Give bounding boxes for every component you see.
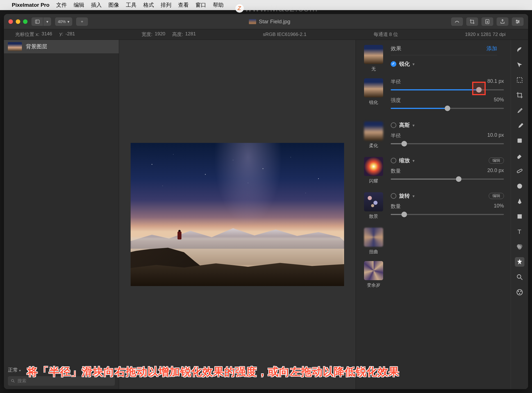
sidebar-toggle-button[interactable]	[31, 17, 43, 26]
sharpen-intensity-slider[interactable]	[391, 106, 504, 111]
preset-bokeh-thumb[interactable]	[364, 192, 383, 211]
menu-format[interactable]: 格式	[143, 1, 154, 9]
radio-icon	[391, 122, 396, 128]
close-window-icon[interactable]	[8, 19, 13, 24]
app-window: ▾ 40%▾ ＋ Star Field.jpg 光标位置 x:3146 y:-2…	[4, 14, 528, 389]
preset-twist-thumb[interactable]	[364, 228, 383, 247]
svg-point-7	[518, 21, 519, 22]
radio-icon	[391, 193, 396, 199]
svg-point-14	[517, 184, 522, 188]
color-profile: sRGB IEC61966-2.1	[263, 32, 306, 37]
selection-tool[interactable]	[515, 75, 524, 85]
blend-mode-dropdown[interactable]: 正常	[8, 367, 21, 373]
tutorial-caption: 将「半径」滑块向右拖动以增加锐化效果的强度，或向左拖动以降低锐化效果	[27, 365, 524, 379]
effect-zoom-toggle[interactable]: 缩放▾ 编辑	[391, 157, 504, 164]
sidebar-mode-dropdown[interactable]: ▾	[43, 17, 51, 26]
rotate-amount-slider[interactable]	[391, 212, 504, 217]
svg-point-6	[516, 20, 517, 21]
zoom-dropdown[interactable]: 40%▾	[55, 17, 72, 26]
effect-rotate-toggle[interactable]: 旋转▾ 编辑	[391, 192, 504, 200]
layer-thumb-icon	[8, 42, 22, 51]
preset-kaleid-thumb[interactable]	[364, 261, 383, 280]
color-adjust-tool[interactable]	[515, 242, 524, 252]
svg-point-24	[520, 291, 521, 292]
clone-tool[interactable]	[515, 181, 524, 191]
canvas-area[interactable]	[119, 40, 356, 389]
menu-file[interactable]: 文件	[56, 1, 67, 9]
annotate-button[interactable]	[451, 17, 463, 26]
preset-shine-thumb[interactable]	[364, 157, 383, 176]
color-picker-tool[interactable]	[515, 287, 524, 297]
titlebar: ▾ 40%▾ ＋ Star Field.jpg	[4, 14, 528, 29]
eyedropper-tool[interactable]	[515, 106, 524, 115]
menu-image[interactable]: 图像	[108, 1, 119, 9]
svg-point-25	[519, 293, 520, 294]
menu-view[interactable]: 查看	[178, 1, 189, 9]
svg-text:T: T	[517, 228, 521, 235]
export-button[interactable]	[481, 17, 493, 26]
arrange-tool[interactable]	[515, 60, 524, 70]
app-name[interactable]: Pixelmator Pro	[12, 2, 49, 8]
svg-point-8	[517, 22, 518, 23]
style-tool[interactable]	[515, 45, 524, 54]
layer-search-input[interactable]	[17, 378, 112, 383]
svg-point-9	[12, 380, 14, 382]
svg-rect-11	[517, 77, 522, 82]
svg-point-20	[517, 275, 521, 278]
preset-sharpen-thumb[interactable]	[364, 78, 383, 97]
zoom-amount-slider[interactable]	[391, 177, 504, 182]
dimensions-dpi: 1920 x 1281 72 dpi	[465, 32, 506, 37]
zoom-edit-button[interactable]: 编辑	[489, 157, 504, 164]
add-effect-button[interactable]: 添加	[486, 45, 497, 52]
share-button[interactable]	[497, 17, 508, 26]
layer-name: 背景图层	[26, 43, 47, 50]
menu-edit[interactable]: 编辑	[74, 1, 84, 9]
menu-window[interactable]: 窗口	[195, 1, 206, 9]
pen-tool[interactable]	[515, 196, 524, 206]
minimize-window-icon[interactable]	[16, 19, 20, 24]
paint-tool[interactable]	[515, 121, 524, 130]
menu-tools[interactable]: 工具	[126, 1, 137, 9]
svg-line-21	[520, 278, 522, 280]
canvas-image	[131, 143, 344, 286]
crop-tool[interactable]	[515, 90, 524, 100]
svg-point-19	[518, 246, 521, 250]
svg-point-22	[517, 289, 522, 295]
eraser-tool[interactable]	[515, 151, 524, 161]
shape-tool[interactable]	[515, 212, 524, 221]
svg-rect-12	[517, 138, 522, 143]
radio-icon	[391, 158, 396, 163]
document-title: Star Field.jpg	[92, 19, 447, 25]
repair-tool[interactable]	[515, 166, 524, 176]
crop-button[interactable]	[466, 17, 478, 26]
layer-row[interactable]: 背景图层	[4, 40, 119, 53]
search-icon	[11, 379, 15, 383]
sidebar-toggle-group: ▾	[31, 17, 51, 26]
fullscreen-window-icon[interactable]	[23, 19, 28, 24]
fill-tool[interactable]	[515, 136, 524, 145]
rotate-edit-button[interactable]: 编辑	[489, 193, 504, 199]
gaussian-radius-slider[interactable]	[391, 141, 504, 146]
adjustments-button[interactable]	[512, 17, 524, 26]
preset-none-thumb[interactable]	[364, 45, 383, 64]
svg-rect-13	[517, 169, 522, 173]
menu-help[interactable]: 帮助	[213, 1, 224, 9]
sharpen-radius-slider[interactable]	[391, 87, 504, 92]
svg-line-10	[13, 381, 14, 382]
menu-insert[interactable]: 插入	[91, 1, 102, 9]
effects-title: 效果	[391, 45, 401, 52]
preset-soften-thumb[interactable]	[364, 122, 383, 141]
effect-gaussian-toggle[interactable]: 高斯▾	[391, 122, 504, 129]
menu-arrange[interactable]: 排列	[161, 1, 171, 9]
effect-sharpen-toggle[interactable]: 锐化▾	[391, 60, 504, 68]
add-button[interactable]: ＋	[76, 17, 88, 26]
type-tool[interactable]: T	[515, 227, 524, 236]
zoom-tool[interactable]	[515, 272, 524, 282]
watermark-logo-icon: Z	[235, 4, 244, 13]
statusbar: 光标位置 x:3146 y:-281 宽度:1920 高度:1281 sRGB …	[4, 29, 528, 40]
effects-panel: 无 效果 添加 锐化▾	[356, 40, 528, 389]
effects-tool[interactable]	[515, 257, 524, 267]
checkmark-icon	[391, 61, 396, 67]
watermark: Z www.Macz.com	[235, 3, 318, 14]
document-thumb-icon	[249, 19, 256, 24]
